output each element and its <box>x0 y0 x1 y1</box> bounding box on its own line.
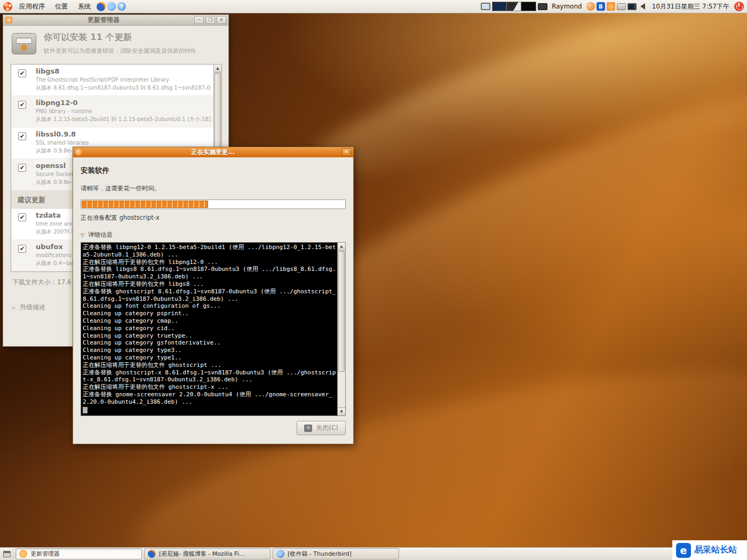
update-checkbox[interactable] <box>18 132 26 140</box>
input-method-icon[interactable] <box>538 3 547 10</box>
task-label: 更新管理器 <box>30 550 60 558</box>
terminal-line: 正在解压缩将用于更替的包文件 ghostscript ... <box>83 362 336 369</box>
printer-icon[interactable] <box>617 3 626 10</box>
close-window-button[interactable]: ✕ <box>217 16 226 24</box>
ubuntu-menu-icon[interactable] <box>3 2 12 11</box>
show-desktop-button[interactable] <box>1 548 13 559</box>
bluetooth-icon[interactable]: B <box>597 2 605 11</box>
terminal-scrollbar[interactable]: ▲ ▼ <box>337 243 345 415</box>
applying-changes-dialog: 正在实施变更... ✕ 安装软件 请稍等，这需要花一些时间。 正在准备配置 gh… <box>73 147 354 444</box>
expander-label: 升级描述 <box>20 303 45 312</box>
terminal-line: 正准备替换 libgs8 8.61.dfsg.1~svn8187-0ubuntu… <box>83 266 336 281</box>
terminal-lines: 正准备替换 libpng12-0 1.2.15-beta5-2build1 (使… <box>83 244 336 414</box>
please-wait-text: 请稍等，这需要花一些时间。 <box>81 185 346 193</box>
terminal-line: 正准备替换 ghostscript 8.61.dfsg.1~svn8187-0u… <box>83 288 336 303</box>
updates-available-title: 你可以安装 11 个更新 <box>44 32 196 43</box>
package-desc: PNG library - runtime <box>36 108 211 114</box>
progress-bar <box>81 199 346 209</box>
software-updates-icon <box>12 33 36 54</box>
display-settings-icon[interactable] <box>481 3 490 10</box>
terminal-output[interactable]: 正准备替换 libpng12-0 1.2.15-beta5-2build1 (使… <box>81 242 346 416</box>
update-manager-task-icon <box>19 550 27 558</box>
expander-open-triangle-icon: ▽ <box>81 233 84 238</box>
user-switcher[interactable]: Raymond <box>549 3 585 10</box>
terminal-line: Cleaning up font configuration of gs... <box>83 302 336 310</box>
user-icon[interactable] <box>586 2 595 11</box>
terminal-line: Cleaning up category type3.. <box>83 347 336 354</box>
workspace-switcher[interactable] <box>492 2 536 11</box>
install-heading: 安装软件 <box>81 157 346 175</box>
wallpaper-streak <box>298 0 747 206</box>
expander-triangle-icon: ▷ <box>12 305 16 310</box>
scrollbar-thumb[interactable] <box>338 251 345 372</box>
menu-places[interactable]: 位置 <box>51 0 72 13</box>
maximize-button[interactable]: ❒ <box>205 16 215 24</box>
update-checkbox[interactable] <box>18 69 26 77</box>
update-checkbox[interactable] <box>18 101 26 109</box>
scroll-up-icon[interactable]: ▲ <box>214 65 221 73</box>
window-title: 更新管理器 <box>14 15 193 25</box>
thunderbird-task-icon <box>276 550 284 558</box>
terminal-line: 正准备替换 ghostscript-x 8.61.dfsg.1~svn8187-… <box>83 369 336 384</box>
dialog-title: 正在实施变更... <box>84 148 341 156</box>
close-button-icon: ✕ <box>304 425 312 432</box>
workspace-2[interactable] <box>507 2 521 11</box>
upgrade-description-expander[interactable]: ▷ 升级描述 <box>12 303 45 312</box>
watermark-text: 易采站长站 <box>694 545 737 556</box>
terminal-line: 正在解压缩将用于更替的包文件 libgs8 ... <box>83 281 336 288</box>
dialog-actions: ✕ 关闭(C) <box>297 421 346 435</box>
menu-system[interactable]: 系统 <box>74 0 95 13</box>
update-manager-titlebar[interactable]: 更新管理器 ─ ❒ ✕ <box>3 15 228 26</box>
firefox-task-icon <box>148 550 156 558</box>
scroll-down-icon[interactable]: ▼ <box>338 407 345 415</box>
workspace-3[interactable] <box>521 2 536 11</box>
taskbar-item-update-manager[interactable]: 更新管理器 <box>15 548 142 559</box>
watermark-logo-icon: e <box>676 543 691 558</box>
update-checkbox[interactable] <box>18 164 26 172</box>
volume-icon[interactable] <box>640 3 645 10</box>
menu-applications[interactable]: 应用程序 <box>15 0 49 13</box>
package-name: libpng12-0 <box>36 99 211 107</box>
package-name: libssl0.9.8 <box>36 130 211 138</box>
terminal-line: Cleaning up category cid.. <box>83 325 336 332</box>
dialog-titlebar[interactable]: 正在实施变更... ✕ <box>73 147 353 157</box>
update-notifier-icon[interactable] <box>607 2 615 11</box>
update-row-libpng[interactable]: libpng12-0 PNG library - runtime 从版本 1.2… <box>11 96 221 127</box>
package-version: 从版本 8.61.dfsg.1~svn8187-0ubuntu3 到 8.61.… <box>36 84 211 92</box>
update-checkbox[interactable] <box>18 245 26 253</box>
minimize-button[interactable]: ─ <box>194 16 204 24</box>
close-icon[interactable]: ✕ <box>341 148 351 156</box>
terminal-line: Cleaning up category truetype.. <box>83 332 336 340</box>
close-button-label: 关闭(C) <box>316 423 338 433</box>
update-manager-icon <box>5 17 12 23</box>
update-manager-header: 你可以安装 11 个更新 软件更新可以为您修复错误，消除安全漏洞及提供新的特性 <box>3 26 228 59</box>
show-desktop-icon <box>3 551 11 557</box>
details-expander[interactable]: ▽ 详细信息 <box>81 231 346 239</box>
clock[interactable]: 10月31日星期三 7:57下午 <box>649 2 733 11</box>
terminal-line: Cleaning up category gsfontderivative.. <box>83 339 336 347</box>
taskbar: 更新管理器 [若尼娅- 搜狐博客 - Mozilla Fi… [收件箱 - Th… <box>0 547 747 560</box>
help-launcher-icon[interactable]: ? <box>117 2 126 11</box>
quit-button[interactable] <box>734 2 744 11</box>
browser-launcher-icon[interactable] <box>107 2 116 11</box>
terminal-line: Cleaning up category type1.. <box>83 354 336 362</box>
updates-available-subtitle: 软件更新可以为您修复错误，消除安全漏洞及提供新的特性 <box>44 47 196 55</box>
download-size-label: 下载文件大小：17.6 M <box>12 278 79 287</box>
terminal-line: 正在解压缩将用于更替的包文件 ghostscript-x ... <box>83 383 336 391</box>
scroll-up-icon[interactable]: ▲ <box>338 243 345 251</box>
taskbar-item-firefox[interactable]: [若尼娅- 搜狐博客 - Mozilla Fi… <box>144 548 271 559</box>
desktop: 应用程序 位置 系统 ? Raymond B 10月31日星期三 7:57下午 <box>0 0 747 560</box>
taskbar-item-thunderbird[interactable]: [收件箱 - Thunderbird] <box>273 548 399 559</box>
terminal-line: 正准备替换 gnome-screensaver 2.20.0-0ubuntu4 … <box>83 391 336 406</box>
update-row-libgs8[interactable]: libgs8 The Ghostscript PostScript/PDF in… <box>11 65 221 96</box>
terminal-line: 正准备替换 libpng12-0 1.2.15-beta5-2build1 (使… <box>83 244 336 259</box>
progress-status-text: 正在准备配置 ghostscript-x <box>81 214 346 222</box>
panel-left: 应用程序 位置 系统 ? <box>2 0 126 13</box>
terminal-line: Cleaning up category psprint.. <box>83 310 336 317</box>
close-button[interactable]: ✕ 关闭(C) <box>297 421 346 435</box>
package-name: libgs8 <box>36 67 211 75</box>
panel-right: Raymond B 10月31日星期三 7:57下午 <box>481 0 745 13</box>
update-checkbox[interactable] <box>18 213 26 221</box>
workspace-1[interactable] <box>492 2 507 11</box>
firefox-launcher-icon[interactable] <box>97 2 106 11</box>
